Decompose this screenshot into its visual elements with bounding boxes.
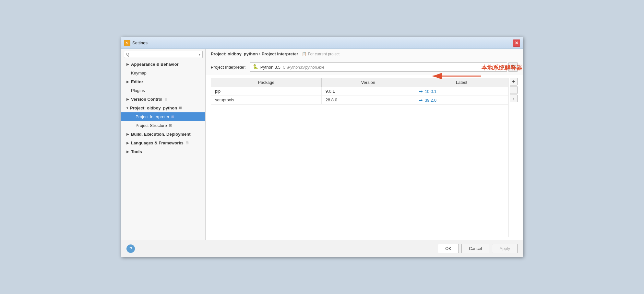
col-header-version: Version <box>322 78 415 87</box>
cell-latest: ➡ 39.2.0 <box>415 96 508 104</box>
footer-left: ? <box>126 244 135 253</box>
cell-package: setuptools <box>211 96 322 104</box>
ok-button[interactable]: OK <box>438 244 459 253</box>
settings-window: S Settings ✕ Q ▾ ▶ Appearance & Behavior… <box>121 37 523 257</box>
sidebar: Q ▾ ▶ Appearance & Behavior Keymap ▶ Edi… <box>121 49 206 240</box>
interpreter-version-text: Python 3.5 C:\Python35\python.exe <box>260 65 501 70</box>
main-panel: Project: oldboy_python › Project Interpr… <box>206 49 523 240</box>
latest-version-text: 39.2.0 <box>425 98 436 103</box>
sidebar-item-plugins[interactable]: Plugins <box>121 86 205 95</box>
sidebar-item-appearance[interactable]: ▶ Appearance & Behavior <box>121 60 205 69</box>
sync-icon: ⊞ <box>185 141 188 145</box>
chevron-icon: ▶ <box>126 141 129 145</box>
cell-latest: ➡ 10.0.1 <box>415 87 508 96</box>
sidebar-item-label: Build, Execution, Deployment <box>131 132 190 137</box>
search-input[interactable] <box>130 52 199 57</box>
svg-text:S: S <box>126 41 128 45</box>
interpreter-row: Project Interpreter: 🐍 Python 3.5 C:\Pyt… <box>206 59 523 75</box>
interpreter-path-text: C:\Python35\python.exe <box>283 65 324 70</box>
dropdown-arrow-icon: ▾ <box>502 65 504 69</box>
sync-icon: ⊞ <box>171 115 174 119</box>
upgrade-arrow-icon: ➡ <box>419 97 423 103</box>
breadcrumb-current: 📋 For current project <box>302 52 340 56</box>
footer: ? OK Cancel Apply <box>121 240 523 257</box>
search-box: Q ▾ <box>124 51 203 58</box>
interpreter-dropdown[interactable]: 🐍 Python 3.5 C:\Python35\python.exe ▾ <box>250 62 507 72</box>
sidebar-item-label: Project: oldboy_python <box>130 106 177 110</box>
cell-version: 28.8.0 <box>322 96 415 104</box>
search-icon: Q <box>126 52 129 57</box>
breadcrumb-page: Project Interpreter <box>262 51 298 56</box>
app-icon: S <box>124 40 130 46</box>
latest-version-text: 10.0.1 <box>425 89 436 94</box>
gear-button[interactable]: ⚙ <box>508 62 518 72</box>
chevron-icon: ▶ <box>126 62 129 66</box>
remove-package-button[interactable]: − <box>510 86 518 94</box>
package-area: Package Version Latest pip 9.0.1 ➡ <box>206 75 523 240</box>
sidebar-item-label: Appearance & Behavior <box>131 62 179 67</box>
sidebar-item-label: Project Interpreter <box>136 114 169 119</box>
col-header-latest: Latest <box>415 78 508 87</box>
interpreter-label: Project Interpreter: <box>211 65 246 70</box>
upgrade-package-button[interactable]: ↑ <box>510 95 518 102</box>
cell-version: 9.0.1 <box>322 87 415 96</box>
table-side-buttons: + − ↑ <box>510 78 518 237</box>
cancel-button[interactable]: Cancel <box>461 244 489 253</box>
sidebar-item-label: Languages & Frameworks <box>131 141 184 145</box>
chevron-icon: ▶ <box>126 150 129 153</box>
main-panel-inner: Project: oldboy_python › Project Interpr… <box>206 49 523 240</box>
breadcrumb-project: Project: oldboy_python <box>211 51 258 56</box>
sidebar-item-label: Version Control <box>131 97 162 102</box>
python-icon: 🐍 <box>253 64 258 70</box>
package-table: Package Version Latest pip 9.0.1 ➡ <box>211 78 508 237</box>
sidebar-item-build[interactable]: ▶ Build, Execution, Deployment <box>121 130 205 139</box>
cell-package: pip <box>211 87 322 96</box>
window-title: Settings <box>132 40 513 45</box>
sidebar-item-editor[interactable]: ▶ Editor <box>121 77 205 86</box>
sync-icon: ⊞ <box>179 106 182 110</box>
sidebar-item-project-interpreter[interactable]: Project Interpreter ⊞ <box>121 112 205 121</box>
sync-icon: ⊞ <box>169 123 172 128</box>
sidebar-item-project[interactable]: ▾ Project: oldboy_python ⊞ <box>121 104 205 112</box>
table-row[interactable]: setuptools 28.8.0 ➡ 39.2.0 <box>211 96 508 105</box>
table-body: pip 9.0.1 ➡ 10.0.1 setuptools 28.8.0 <box>211 87 508 237</box>
sidebar-item-tools[interactable]: ▶ Tools <box>121 147 205 156</box>
upgrade-arrow-icon: ➡ <box>419 89 423 94</box>
sync-icon: ⊞ <box>164 97 167 101</box>
table-row[interactable]: pip 9.0.1 ➡ 10.0.1 <box>211 87 508 96</box>
apply-button[interactable]: Apply <box>492 244 518 253</box>
chevron-icon: ▶ <box>126 80 129 84</box>
footer-right: OK Cancel Apply <box>438 244 518 253</box>
breadcrumb-arrow: › <box>259 51 262 56</box>
sidebar-item-label: Tools <box>131 149 142 154</box>
chevron-icon: ▶ <box>126 132 129 136</box>
sidebar-item-languages[interactable]: ▶ Languages & Frameworks ⊞ <box>121 139 205 147</box>
sidebar-item-label: Plugins <box>131 88 145 93</box>
sidebar-item-version-control[interactable]: ▶ Version Control ⊞ <box>121 95 205 104</box>
col-header-package: Package <box>211 78 322 87</box>
search-dropdown-icon[interactable]: ▾ <box>199 53 200 56</box>
sidebar-item-keymap[interactable]: Keymap <box>121 69 205 77</box>
sidebar-item-label: Editor <box>131 79 143 84</box>
chevron-icon: ▾ <box>126 106 128 110</box>
sidebar-item-project-structure[interactable]: Project Structure ⊞ <box>121 121 205 130</box>
breadcrumb: Project: oldboy_python › Project Interpr… <box>206 49 523 59</box>
sidebar-item-label: Keymap <box>131 71 147 75</box>
title-bar: S Settings ✕ <box>121 37 523 49</box>
sidebar-item-label: Project Structure <box>136 123 167 128</box>
add-package-button[interactable]: + <box>510 78 518 85</box>
chevron-icon: ▶ <box>126 97 129 101</box>
content-area: Q ▾ ▶ Appearance & Behavior Keymap ▶ Edi… <box>121 49 523 240</box>
table-header: Package Version Latest <box>211 78 508 87</box>
help-button[interactable]: ? <box>126 244 135 253</box>
close-button[interactable]: ✕ <box>513 40 520 47</box>
